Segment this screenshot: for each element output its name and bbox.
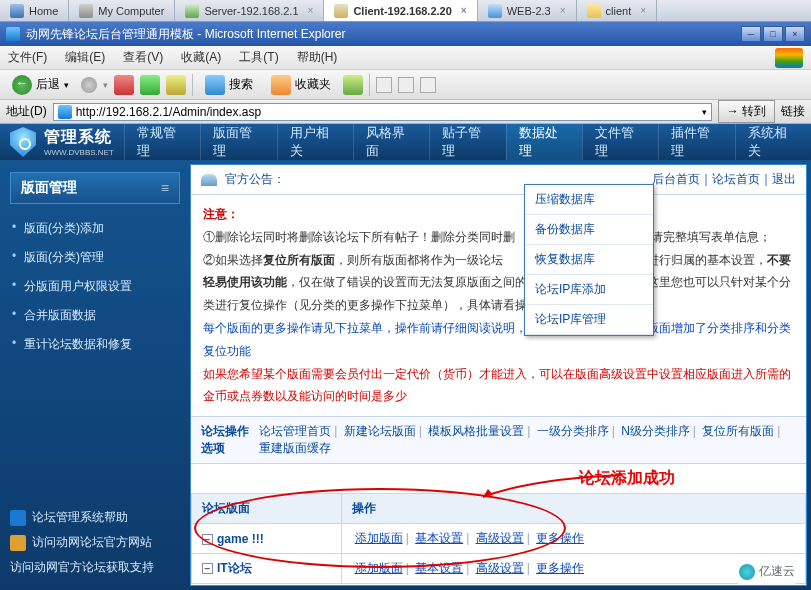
admin-header: 管理系统 WWW.DVBBS.NET 常规管理 版面管理 用户相关 风格界面 贴… bbox=[0, 124, 811, 160]
support-link[interactable]: 访问动网官方论坛获取支持 bbox=[10, 555, 154, 580]
os-tab-web[interactable]: WEB-2.3× bbox=[478, 0, 577, 21]
address-input[interactable]: http://192.168.2.1/Admin/index.asp ▾ bbox=[53, 103, 712, 121]
content-panel: 官方公告： 后台首页｜论坛首页｜退出 注意： ①删除论坛同时将删除该论坛下所有帖… bbox=[190, 164, 807, 586]
menu-tools[interactable]: 工具(T) bbox=[239, 49, 278, 66]
os-tab-bar: Home My Computer Server-192.168.2.1× Cli… bbox=[0, 0, 811, 22]
dd-backup[interactable]: 备份数据库 bbox=[525, 215, 653, 245]
row-name[interactable]: IT论坛 bbox=[217, 561, 252, 575]
edit-button[interactable] bbox=[420, 77, 436, 93]
nav-general[interactable]: 常规管理 bbox=[124, 124, 200, 160]
sidebar-item-recount[interactable]: 重计论坛数据和修复 bbox=[10, 330, 180, 359]
menu-file[interactable]: 文件(F) bbox=[8, 49, 47, 66]
sidebar-item-manage[interactable]: 版面(分类)管理 bbox=[10, 243, 180, 272]
action-advanced[interactable]: 高级设置 bbox=[476, 561, 524, 575]
os-tab-client[interactable]: Client-192.168.2.20× bbox=[324, 0, 477, 21]
dd-compress[interactable]: 压缩数据库 bbox=[525, 185, 653, 215]
go-button[interactable]: → 转到 bbox=[718, 100, 775, 123]
url-text: http://192.168.2.1/Admin/index.asp bbox=[76, 105, 261, 119]
home-icon bbox=[10, 4, 24, 18]
refresh-button[interactable] bbox=[140, 75, 160, 95]
close-icon[interactable]: × bbox=[461, 5, 467, 16]
menu-edit[interactable]: 编辑(E) bbox=[65, 49, 105, 66]
home-button[interactable] bbox=[166, 75, 186, 95]
top-links-text: 后台首页｜论坛首页｜退出 bbox=[652, 172, 796, 186]
official-link[interactable]: 访问动网论坛官方网站 bbox=[10, 530, 154, 555]
nav-file[interactable]: 文件管理 bbox=[582, 124, 658, 160]
nav-style[interactable]: 风格界面 bbox=[353, 124, 429, 160]
nav-board[interactable]: 版面管理 bbox=[200, 124, 276, 160]
os-tab-client2[interactable]: client× bbox=[577, 0, 658, 21]
action-basic[interactable]: 基本设置 bbox=[415, 531, 463, 545]
os-tab-computer[interactable]: My Computer bbox=[69, 0, 175, 21]
maximize-button[interactable]: □ bbox=[763, 26, 783, 42]
dd-ip-manage[interactable]: 论坛IP库管理 bbox=[525, 305, 653, 335]
menu-view[interactable]: 查看(V) bbox=[123, 49, 163, 66]
op-new[interactable]: 新建论坛版面 bbox=[344, 424, 416, 438]
action-basic[interactable]: 基本设置 bbox=[415, 561, 463, 575]
th-ops: 操作 bbox=[341, 494, 805, 524]
para1a: ①删除论坛同时将删除该论坛下所有帖子！删除分类同时删 bbox=[203, 230, 515, 244]
action-add[interactable]: 添加版面 bbox=[355, 561, 403, 575]
top-links[interactable]: 后台首页｜论坛首页｜退出 bbox=[652, 171, 796, 188]
table-row: −IT论坛 添加版面| 基本设置| 高级设置| 更多操作 bbox=[192, 554, 806, 584]
close-icon[interactable]: × bbox=[308, 5, 314, 16]
address-label: 地址(D) bbox=[6, 103, 47, 120]
p2f: ，仅在做了错误的设置而无法复原版面之间的关系和排序时使用，在这里您也可以只针对某… bbox=[203, 275, 791, 312]
tab-label: Home bbox=[29, 5, 58, 17]
action-advanced[interactable]: 高级设置 bbox=[476, 531, 524, 545]
back-label: 后退 bbox=[36, 76, 60, 93]
sidebar-item-add[interactable]: 版面(分类)添加 bbox=[10, 214, 180, 243]
op-reset[interactable]: 复位所有版面 bbox=[702, 424, 774, 438]
sidebar-list: 版面(分类)添加 版面(分类)管理 分版面用户权限设置 合并版面数据 重计论坛数… bbox=[10, 214, 180, 359]
sidebar-bottom: 论坛管理系统帮助 访问动网论坛官方网站 访问动网官方论坛获取支持 bbox=[10, 505, 154, 580]
nav-plugin[interactable]: 插件管理 bbox=[658, 124, 734, 160]
dd-ip-add[interactable]: 论坛IP库添加 bbox=[525, 275, 653, 305]
os-tab-server[interactable]: Server-192.168.2.1× bbox=[175, 0, 324, 21]
dd-restore[interactable]: 恢复数据库 bbox=[525, 245, 653, 275]
help-link[interactable]: 论坛管理系统帮助 bbox=[10, 505, 154, 530]
sidebar-item-perm[interactable]: 分版面用户权限设置 bbox=[10, 272, 180, 301]
stop-button[interactable] bbox=[114, 75, 134, 95]
links-label[interactable]: 链接 bbox=[781, 103, 805, 120]
op-rebuild[interactable]: 重建版面缓存 bbox=[259, 441, 331, 455]
menu-favorites[interactable]: 收藏(A) bbox=[181, 49, 221, 66]
action-add[interactable]: 添加版面 bbox=[355, 531, 403, 545]
expand-icon[interactable]: − bbox=[202, 534, 213, 545]
nav-data[interactable]: 数据处理 bbox=[506, 124, 582, 160]
action-more[interactable]: 更多操作 bbox=[536, 561, 584, 575]
close-icon[interactable]: × bbox=[560, 5, 566, 16]
menu-help[interactable]: 帮助(H) bbox=[297, 49, 338, 66]
tab-label: Server-192.168.2.1 bbox=[204, 5, 298, 17]
watermark: 亿速云 bbox=[729, 559, 805, 584]
op-home[interactable]: 论坛管理首页 bbox=[259, 424, 331, 438]
tab-label: client bbox=[606, 5, 632, 17]
expand-icon[interactable]: − bbox=[202, 563, 213, 574]
th-name: 论坛版面 bbox=[192, 494, 342, 524]
nav-post[interactable]: 贴子管理 bbox=[429, 124, 505, 160]
forward-button[interactable] bbox=[81, 77, 97, 93]
mail-button[interactable] bbox=[376, 77, 392, 93]
op-template[interactable]: 模板风格批量设置 bbox=[428, 424, 524, 438]
help-label: 论坛管理系统帮助 bbox=[32, 509, 128, 526]
ops-row: 论坛操作选项 论坛管理首页| 新建论坛版面| 模板风格批量设置| 一级分类排序|… bbox=[191, 416, 806, 464]
nav-system[interactable]: 系统相关 bbox=[735, 124, 811, 160]
print-button[interactable] bbox=[398, 77, 414, 93]
p2c: ，则所有版面都将作为一级论坛 bbox=[335, 253, 503, 267]
os-tab-home[interactable]: Home bbox=[0, 0, 69, 21]
op-sortn[interactable]: N级分类排序 bbox=[621, 424, 690, 438]
back-button[interactable]: 后退▾ bbox=[6, 73, 75, 97]
history-button[interactable] bbox=[343, 75, 363, 95]
close-icon[interactable]: × bbox=[640, 5, 646, 16]
sidebar-title: 版面管理 bbox=[10, 172, 180, 204]
close-button[interactable]: × bbox=[785, 26, 805, 42]
action-more[interactable]: 更多操作 bbox=[536, 531, 584, 545]
p2a: ②如果选择 bbox=[203, 253, 263, 267]
op-sort1[interactable]: 一级分类排序 bbox=[537, 424, 609, 438]
search-button[interactable]: 搜索 bbox=[199, 73, 259, 97]
nav-user[interactable]: 用户相关 bbox=[277, 124, 353, 160]
sidebar-item-merge[interactable]: 合并版面数据 bbox=[10, 301, 180, 330]
row-name[interactable]: game !!! bbox=[217, 532, 264, 546]
minimize-button[interactable]: ─ bbox=[741, 26, 761, 42]
favorites-button[interactable]: 收藏夹 bbox=[265, 73, 337, 97]
body-text: 注意： ①删除论坛同时将删除该论坛下所有帖子！删除分类同时删XXXXXXXXXX… bbox=[191, 195, 806, 416]
